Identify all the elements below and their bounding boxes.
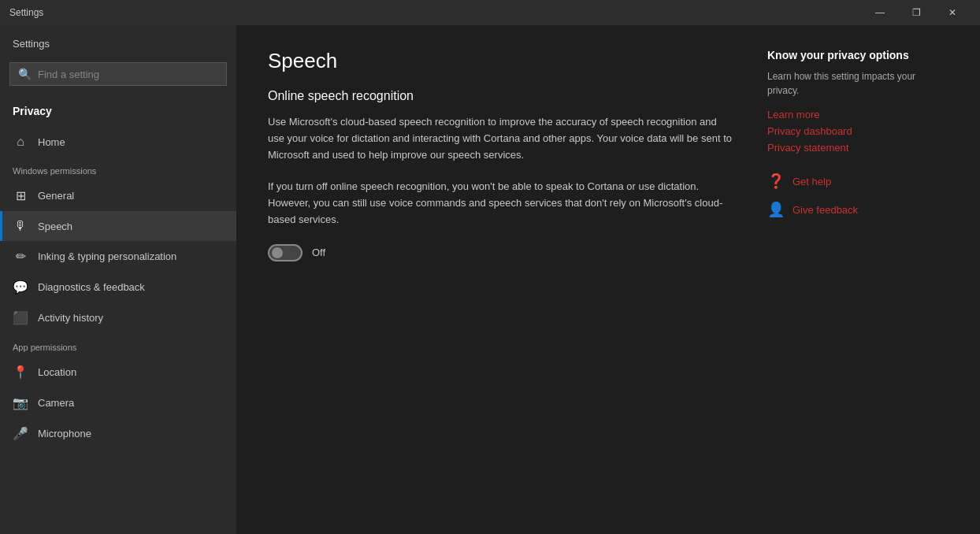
sidebar-item-label: Inking & typing personalization [38,250,176,262]
speech-toggle[interactable] [268,244,303,261]
sidebar-item-diagnostics[interactable]: 💬 Diagnostics & feedback [0,272,236,302]
general-icon: ⊞ [13,188,28,203]
sidebar-app-title: Settings [0,25,236,56]
titlebar: Settings — ❐ ✕ [0,0,980,25]
sidebar-item-label: Location [38,366,76,378]
privacy-label: Privacy [0,98,236,127]
learn-more-link[interactable]: Learn more [767,109,948,121]
right-description: Learn how this setting impacts your priv… [767,69,948,98]
restore-button[interactable]: ❐ [898,0,934,25]
activity-icon: ⬛ [13,310,28,325]
section-title: Online speech recognition [268,89,736,103]
sidebar-item-home[interactable]: ⌂ Home [0,127,236,157]
windows-permissions-label: Windows permissions [0,157,236,180]
search-input[interactable] [38,69,218,80]
give-feedback-label: Give feedback [793,204,858,216]
app-body: Settings 🔍 Privacy ⌂ Home Windows permis… [0,25,980,534]
minimize-button[interactable]: — [862,0,898,25]
inking-icon: ✏ [13,249,28,264]
sidebar-item-microphone[interactable]: 🎤 Microphone [0,418,236,449]
sidebar-item-inking[interactable]: ✏ Inking & typing personalization [0,241,236,272]
sidebar: Settings 🔍 Privacy ⌂ Home Windows permis… [0,25,236,534]
sidebar-item-label: Camera [38,397,74,409]
right-panel: Know your privacy options Learn how this… [767,49,948,510]
sidebar-item-label: Speech [38,221,72,232]
sidebar-item-label: Microphone [38,428,91,439]
description-1: Use Microsoft's cloud-based speech recog… [268,114,736,163]
sidebar-item-label: Home [38,136,65,148]
sidebar-item-activity[interactable]: ⬛ Activity history [0,302,236,333]
get-help-label: Get help [793,176,831,187]
sidebar-item-location[interactable]: 📍 Location [0,357,236,388]
camera-icon: 📷 [13,395,28,410]
privacy-statement-link[interactable]: Privacy statement [767,142,948,154]
app-title: Settings [9,7,43,18]
search-icon: 🔍 [18,68,32,80]
description-2: If you turn off online speech recognitio… [268,179,736,228]
diagnostics-icon: 💬 [13,280,28,295]
main-content: Speech Online speech recognition Use Mic… [236,25,980,534]
sidebar-item-speech[interactable]: 🎙 Speech [0,211,236,241]
window-controls: — ❐ ✕ [862,0,971,25]
toggle-row: Off [268,244,736,261]
sidebar-item-camera[interactable]: 📷 Camera [0,388,236,418]
close-button[interactable]: ✕ [934,0,971,25]
speech-icon: 🎙 [13,219,28,233]
app-permissions-label: App permissions [0,333,236,357]
page-title: Speech [268,49,736,73]
sidebar-item-general[interactable]: ⊞ General [0,180,236,211]
get-help-action[interactable]: ❓ Get help [767,172,948,190]
give-feedback-action[interactable]: 👤 Give feedback [767,201,948,218]
feedback-icon: 👤 [767,201,785,218]
search-box[interactable]: 🔍 [9,62,227,86]
right-actions: ❓ Get help 👤 Give feedback [767,172,948,218]
sidebar-item-label: Diagnostics & feedback [38,281,145,293]
toggle-knob [272,247,283,258]
content-left: Speech Online speech recognition Use Mic… [268,49,736,510]
sidebar-item-label: Activity history [38,312,103,324]
microphone-icon: 🎤 [13,426,28,441]
toggle-label: Off [312,247,325,258]
right-section-title: Know your privacy options [767,49,948,61]
sidebar-item-label: General [38,190,74,202]
home-icon: ⌂ [13,135,28,149]
location-icon: 📍 [13,365,28,380]
privacy-dashboard-link[interactable]: Privacy dashboard [767,125,948,137]
help-icon: ❓ [767,172,785,190]
